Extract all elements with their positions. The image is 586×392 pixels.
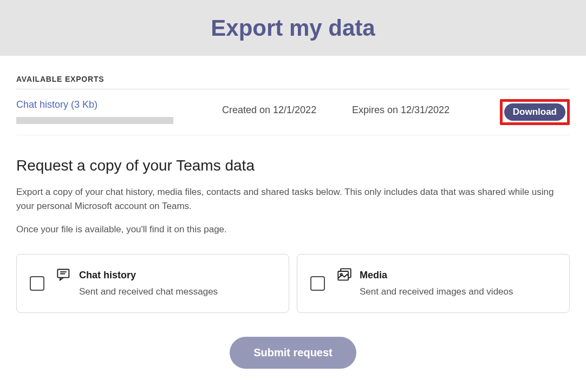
- media-icon: [337, 267, 352, 283]
- request-description-1: Export a copy of your chat history, medi…: [16, 185, 570, 213]
- option-subtitle: Sent and received chat messages: [79, 286, 218, 297]
- options-row: Chat history Sent and received chat mess…: [16, 254, 570, 313]
- card-text: Media Sent and received images and video…: [360, 270, 513, 297]
- submit-wrap: Submit request: [16, 337, 570, 369]
- download-button[interactable]: Download: [504, 103, 565, 121]
- submit-request-button[interactable]: Submit request: [230, 337, 356, 369]
- header-bar: Export my data: [0, 0, 586, 56]
- request-heading: Request a copy of your Teams data: [16, 157, 570, 174]
- request-description-2: Once your file is available, you'll find…: [16, 223, 570, 237]
- checkbox-media[interactable]: [310, 276, 325, 291]
- card-content: Media Sent and received images and video…: [337, 270, 513, 297]
- option-card-media: Media Sent and received images and video…: [297, 254, 570, 313]
- export-created-label: Created on 12/1/2022: [222, 99, 352, 116]
- export-row: Chat history (3 Kb) Created on 12/1/2022…: [16, 89, 570, 135]
- option-title: Chat history: [79, 270, 218, 281]
- option-subtitle: Sent and received images and videos: [360, 286, 513, 297]
- chat-icon: [56, 267, 71, 283]
- available-exports-label: AVAILABLE EXPORTS: [16, 75, 570, 89]
- option-title: Media: [360, 270, 513, 281]
- export-file-link[interactable]: Chat history (3 Kb): [16, 99, 97, 110]
- checkbox-chat-history[interactable]: [30, 276, 44, 291]
- page-title: Export my data: [211, 15, 375, 41]
- card-text: Chat history Sent and received chat mess…: [79, 270, 218, 297]
- export-expires-label: Expires on 12/31/2022: [352, 99, 500, 116]
- content-area: AVAILABLE EXPORTS Chat history (3 Kb) Cr…: [0, 75, 586, 369]
- card-content: Chat history Sent and received chat mess…: [56, 270, 218, 297]
- redacted-placeholder: [16, 117, 173, 124]
- download-highlight: Download: [500, 99, 570, 125]
- export-file-cell: Chat history (3 Kb): [16, 99, 222, 124]
- option-card-chat-history: Chat history Sent and received chat mess…: [16, 254, 289, 313]
- download-cell: Download: [500, 99, 570, 125]
